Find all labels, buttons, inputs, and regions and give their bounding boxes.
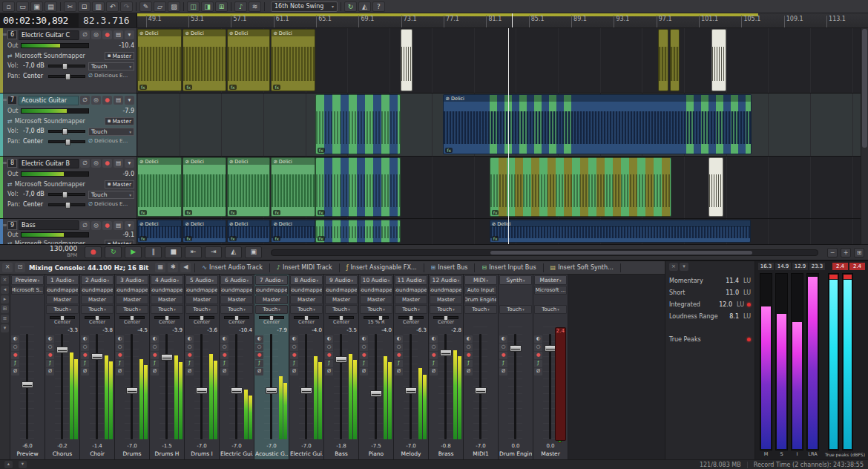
loudness-close-icon[interactable]: ×	[669, 263, 678, 271]
strip-solo-icon[interactable]: ○	[220, 344, 228, 351]
draw-tool-icon[interactable]: ✎	[139, 1, 152, 12]
strip-solo-icon[interactable]: ○	[185, 344, 194, 351]
strip-mute-icon[interactable]: ◐	[81, 335, 89, 343]
channel-output-button[interactable]: Master	[325, 295, 358, 304]
clip-fx-button[interactable]: fx	[229, 236, 237, 241]
channel-type-tab[interactable]: 8 Audio▾	[290, 275, 323, 285]
mixer-channel-strip[interactable]: 4 Audio▾SoundmapperMasterTouch▾Center◐○●…	[150, 275, 185, 459]
clip-fx-button[interactable]: fx	[229, 85, 237, 90]
mixer-grid-icon[interactable]: ▦	[155, 263, 165, 272]
strip-fx-icon[interactable]: ƒ	[116, 360, 124, 367]
track-volume-slider[interactable]	[48, 130, 85, 133]
channel-device-button[interactable]: Auto Input	[464, 286, 497, 295]
audio-clip[interactable]: ⊘Delicifx	[227, 29, 271, 91]
channel-pan-control[interactable]: Center	[430, 315, 462, 326]
track-output-bus-button[interactable]: ▪Master	[105, 240, 134, 245]
audio-clip[interactable]: fx	[315, 94, 401, 154]
channel-device-button[interactable]: Soundmapper	[116, 286, 148, 295]
channel-device-button[interactable]: Microsoft S...	[11, 286, 44, 295]
track-volume-slider[interactable]	[48, 65, 85, 68]
arrange-button[interactable]: ▣	[245, 246, 262, 258]
channel-name[interactable]: Electric Gui...	[290, 450, 323, 459]
channel-automation-button[interactable]: Touch▾	[290, 305, 323, 314]
track-fx-chain[interactable]: ∅Delicious E...	[88, 138, 134, 144]
track-automation-icon[interactable]: ▤	[114, 221, 123, 230]
pan-handle[interactable]	[200, 315, 204, 321]
strip-phase-icon[interactable]: Ø	[430, 368, 438, 375]
track-fx-chain[interactable]: ∅Delicious E...	[88, 201, 134, 207]
audio-clip[interactable]: ⊘Delicifx	[271, 29, 315, 91]
mixer-channel-strip[interactable]: 12 Audio▾SoundmapperMasterTouch▾Center◐○…	[429, 275, 464, 459]
strip-phase-icon[interactable]: Ø	[220, 368, 228, 375]
track-header[interactable]: ≡6Electric Guitar C∅◎●▤▾Out-10.4⇄Microso…	[0, 28, 137, 93]
strip-solo-icon[interactable]: ○	[464, 344, 473, 351]
track-header[interactable]: ≡9Bass∅◎●▤▾Out-9.1⇄Microsoft Soundmapper…	[0, 219, 137, 244]
audio-clip[interactable]: fx	[315, 157, 401, 217]
clip-fx-button[interactable]: fx	[273, 85, 280, 90]
insert-audio-track-button[interactable]: ∿Insert Audio Track	[199, 263, 265, 273]
channel-type-tab[interactable]: 3 Audio▾	[116, 275, 148, 285]
audio-clip[interactable]: ⊘Delicifx	[271, 220, 315, 243]
channel-automation-button[interactable]: Touch▾	[464, 305, 497, 314]
stretch-tool-icon[interactable]: ≋	[249, 1, 261, 12]
strip-arm-icon[interactable]: ●	[430, 352, 438, 359]
strip-solo-icon[interactable]: ○	[11, 344, 19, 351]
channel-type-tab[interactable]: Preview▾	[11, 275, 44, 285]
strip-phase-icon[interactable]: Ø	[46, 368, 54, 375]
track-more-icon[interactable]: ▾	[125, 221, 134, 230]
channel-fader[interactable]	[473, 327, 487, 442]
channel-fader[interactable]	[438, 327, 453, 442]
mixer-channel-strip[interactable]: 1 Audio▾SoundmapperMasterTouch▾Center◐○●…	[45, 275, 80, 459]
track-device[interactable]: Microsoft Soundmapper	[15, 240, 102, 245]
go-to-start-button[interactable]: ⇤	[185, 246, 202, 258]
audio-clip[interactable]: ⊘Delicifx	[443, 94, 751, 154]
strip-mute-icon[interactable]: ◐	[360, 335, 368, 343]
track-output-bus-button[interactable]: ▪Master	[105, 52, 134, 60]
channel-output-button[interactable]: Master	[395, 295, 427, 304]
channel-type-tab[interactable]: 1 Audio▾	[46, 275, 79, 285]
strip-phase-icon[interactable]: Ø	[464, 368, 473, 375]
strip-phase-icon[interactable]: Ø	[151, 368, 159, 375]
zoom-in-time-icon[interactable]: +	[841, 248, 851, 258]
strip-mute-icon[interactable]: ◐	[534, 335, 542, 343]
track-arm-icon[interactable]: ●	[102, 96, 112, 105]
channel-output-button[interactable]: Master	[185, 295, 218, 304]
track-output-bus-button[interactable]: ▪Master	[105, 180, 134, 188]
channel-name[interactable]: Electric Gui...	[220, 450, 253, 459]
track-header[interactable]: ≡7Acoustic Guitar∅◎●▤▾Out-7.9⇄Microsoft …	[0, 94, 137, 156]
clip-mute-icon[interactable]: ⊘	[185, 221, 188, 227]
mixer-settings-icon[interactable]: ✱	[168, 263, 178, 272]
mixer-channel-strip[interactable]: 3 Audio▾SoundmapperMasterTouch▾Center◐○●…	[115, 275, 150, 459]
channel-output-button[interactable]: Master	[290, 295, 323, 304]
audio-clip[interactable]	[670, 29, 680, 91]
clip-mute-icon[interactable]: ⊘	[139, 221, 143, 227]
channel-output-button[interactable]: Master	[81, 295, 114, 304]
audio-clip[interactable]	[708, 157, 723, 217]
clip-fx-button[interactable]: fx	[318, 148, 325, 153]
channel-name[interactable]: Drum Engine	[499, 450, 532, 459]
fader-handle[interactable]	[370, 390, 382, 397]
track-grip-icon[interactable]: ≡	[2, 96, 7, 103]
selection-tool-icon[interactable]: ▱	[154, 1, 166, 12]
channel-automation-button[interactable]: Touch▾	[499, 305, 532, 314]
strip-arm-icon[interactable]: ●	[81, 352, 89, 359]
event-tool-icon[interactable]: ♪	[234, 1, 247, 12]
channel-fader[interactable]	[229, 327, 243, 442]
channel-type-tab[interactable]: 6 Audio▾	[220, 275, 253, 285]
channel-output-button[interactable]: Master	[255, 295, 288, 304]
clip-mute-icon[interactable]: ⊘	[139, 159, 143, 165]
channel-name[interactable]: Bass	[325, 450, 358, 459]
channel-device-button[interactable]: Soundmapper	[220, 286, 253, 295]
strip-arm-icon[interactable]: ●	[290, 352, 298, 359]
strip-fx-icon[interactable]: ƒ	[255, 360, 263, 367]
channel-fader[interactable]	[90, 327, 104, 442]
strip-phase-icon[interactable]: Ø	[81, 368, 89, 375]
strip-arm-icon[interactable]: ●	[185, 352, 194, 359]
channel-device-button[interactable]: Soundmapper	[185, 286, 218, 295]
strip-fx-icon[interactable]: ƒ	[464, 360, 473, 367]
fader-handle[interactable]	[510, 345, 522, 352]
strip-fx-icon[interactable]: ƒ	[499, 360, 507, 367]
channel-device-button[interactable]: Soundmapper	[255, 286, 288, 295]
strip-arm-icon[interactable]: ●	[220, 352, 228, 359]
fader-handle[interactable]	[161, 354, 173, 361]
